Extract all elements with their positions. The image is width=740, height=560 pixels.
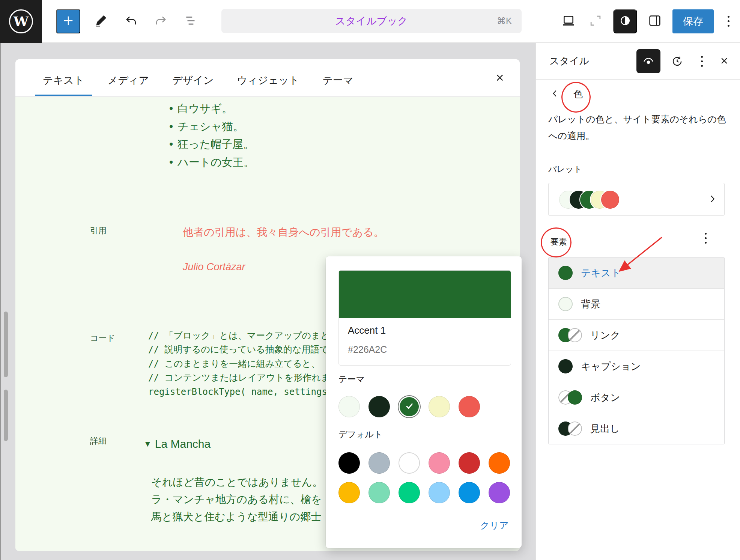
laptop-icon <box>561 13 576 29</box>
elements-options-menu-button[interactable] <box>696 229 714 247</box>
breadcrumb-color[interactable]: 色 <box>573 88 583 100</box>
style-book-eye-button[interactable] <box>636 49 660 73</box>
element-label: 背景 <box>581 298 600 311</box>
kebab-menu-icon <box>705 233 707 244</box>
styles-sidebar-header: スタイル <box>536 43 740 80</box>
caption-color-indicator <box>558 359 573 373</box>
tab-text[interactable]: テキスト <box>35 65 92 96</box>
clear-color-button[interactable]: クリア <box>480 519 509 531</box>
canvas-scrollbar-upper[interactable] <box>4 312 8 377</box>
element-row-heading[interactable]: 見出し <box>549 413 724 444</box>
default-color-swatch[interactable] <box>429 482 450 503</box>
default-color-swatch[interactable] <box>399 452 420 474</box>
theme-palette-label: テーマ <box>338 373 365 385</box>
default-color-swatch[interactable] <box>489 452 510 474</box>
code-line: // 説明するのに使っている抽象的な用語で、 <box>148 344 338 355</box>
styles-sidebar: スタイル <box>535 43 740 560</box>
tab-media[interactable]: メディア <box>100 65 157 96</box>
settings-sidebar-toggle-button[interactable] <box>645 12 664 31</box>
back-button[interactable] <box>549 89 561 100</box>
save-button[interactable]: 保存 <box>672 9 714 33</box>
elements-section-label: 要素 <box>550 236 567 248</box>
theme-color-swatch-selected[interactable] <box>399 396 420 417</box>
default-color-swatch[interactable] <box>399 482 420 503</box>
edit-mode-button[interactable] <box>92 12 110 31</box>
plus-icon <box>62 14 75 28</box>
chevron-left-icon <box>550 89 560 99</box>
default-color-swatch[interactable] <box>459 482 480 503</box>
device-preview-button[interactable] <box>559 12 578 31</box>
palette-color-chain <box>558 190 620 209</box>
theme-color-swatch[interactable] <box>368 396 390 417</box>
elements-list: テキスト 背景 リンク キャプション ボタン <box>548 257 725 444</box>
list-view-button[interactable] <box>182 12 200 31</box>
tab-widgets[interactable]: ウィジェット <box>230 65 307 96</box>
default-color-swatch[interactable] <box>429 452 450 474</box>
code-block-label: コード <box>90 333 115 344</box>
details-block-label: 詳細 <box>90 435 107 447</box>
theme-color-swatch[interactable] <box>459 396 480 417</box>
close-icon <box>719 55 730 68</box>
default-color-swatch[interactable] <box>368 482 390 503</box>
details-summary-text: La Mancha <box>155 438 211 450</box>
element-row-background[interactable]: 背景 <box>549 288 724 319</box>
default-color-swatch[interactable] <box>489 482 510 503</box>
sample-details-paragraph: それほど昔のことではありません。 ラ・マンチャ地方のある村に、槍を 馬と猟犬と住… <box>151 474 323 525</box>
element-row-link[interactable]: リンク <box>549 319 724 351</box>
element-label: 見出し <box>590 422 620 435</box>
default-palette-label: デフォルト <box>338 429 383 440</box>
code-line: // コンテンツまたはレイアウトを形作れます。 <box>148 372 348 383</box>
style-book-header: テキスト メディア デザイン ウィジェット テーマ <box>15 59 520 97</box>
theme-color-row <box>338 396 480 417</box>
sidebar-columns-icon <box>647 13 662 29</box>
document-bar-title: スタイルブック <box>335 14 408 28</box>
style-book-toggle-button[interactable] <box>613 9 637 33</box>
revisions-button[interactable] <box>668 52 686 70</box>
element-row-text[interactable]: テキスト <box>549 257 724 288</box>
toolbar-options-menu-button[interactable] <box>722 12 735 31</box>
tab-theme[interactable]: テーマ <box>315 65 361 96</box>
redo-icon <box>154 14 168 29</box>
current-color-swatch[interactable] <box>339 271 511 318</box>
theme-color-swatch[interactable] <box>338 396 360 417</box>
canvas-scrollbar-lower[interactable] <box>4 390 8 441</box>
code-line: // このまとまりを一緒に組み立てると、 <box>148 358 320 369</box>
element-label: リンク <box>590 329 620 342</box>
undo-button[interactable] <box>122 12 140 31</box>
sample-quote-citation[interactable]: Julio Cortázar <box>183 261 245 273</box>
sample-bullet-list[interactable]: 白ウサギ。 チェシャ猫。 狂った帽子屋。 ハートの女王。 <box>169 100 254 171</box>
element-row-caption[interactable]: キャプション <box>549 351 724 382</box>
styles-options-menu-button[interactable] <box>693 52 711 70</box>
sample-quote-text[interactable]: 他者の引用は、我々自身への引用である。 <box>183 225 384 239</box>
wordpress-menu-button[interactable]: W <box>0 0 42 43</box>
kebab-menu-icon <box>701 56 703 67</box>
default-color-swatch[interactable] <box>459 452 480 474</box>
default-color-swatch[interactable] <box>368 452 390 474</box>
sample-details-summary[interactable]: ▼ La Mancha <box>144 438 211 450</box>
palette-card[interactable] <box>548 183 725 216</box>
sidebar-close-button[interactable] <box>715 52 733 70</box>
expand-canvas-button[interactable] <box>586 12 605 31</box>
contrast-icon <box>618 14 632 29</box>
default-color-swatch[interactable] <box>338 452 360 474</box>
current-color-card: Accent 1 #226A2C <box>338 270 511 366</box>
sidebar-title: スタイル <box>549 54 589 68</box>
redo-button[interactable] <box>152 12 170 31</box>
style-book-close-button[interactable] <box>490 69 509 87</box>
default-color-swatch[interactable] <box>338 482 360 503</box>
undo-icon <box>124 14 138 29</box>
palette-section-label: パレット <box>548 164 582 175</box>
element-label: テキスト <box>581 266 621 280</box>
list-view-icon <box>184 14 198 29</box>
theme-color-swatch[interactable] <box>429 396 450 417</box>
document-bar[interactable]: スタイルブック ⌘K <box>221 9 522 33</box>
block-inserter-button[interactable] <box>56 9 80 33</box>
element-row-button[interactable]: ボタン <box>549 382 724 413</box>
background-color-indicator <box>558 297 573 311</box>
list-item: ハートの女王。 <box>169 154 254 172</box>
wordpress-logo-icon: W <box>9 9 33 33</box>
tab-design[interactable]: デザイン <box>165 65 221 96</box>
panel-description: パレットの色と、サイト要素のそれらの色への適用。 <box>548 111 733 144</box>
list-item: 白ウサギ。 <box>169 100 254 118</box>
color-picker-popover: Accent 1 #226A2C テーマ デフォルト <box>326 256 522 548</box>
